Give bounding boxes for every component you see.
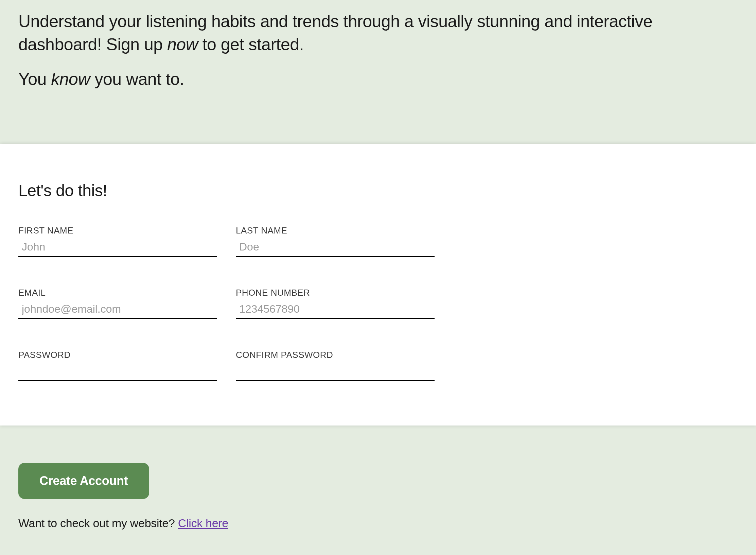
- first-name-label: FIRST NAME: [18, 225, 217, 236]
- hero-emphasis: now: [167, 35, 198, 54]
- input-underline: [18, 302, 217, 319]
- create-account-button[interactable]: Create Account: [18, 463, 149, 499]
- signup-form-section: Let's do this! FIRST NAME LAST NAME EMAI…: [0, 144, 756, 426]
- confirm-password-label: CONFIRM PASSWORD: [236, 350, 453, 360]
- form-title: Let's do this!: [18, 181, 738, 200]
- hero-section: Understand your listening habits and tre…: [0, 0, 756, 144]
- website-line: Want to check out my website? Click here: [18, 517, 738, 530]
- input-underline: [236, 364, 435, 381]
- footer-section: Create Account Want to check out my webs…: [0, 426, 756, 543]
- phone-label: PHONE NUMBER: [236, 288, 453, 298]
- password-input[interactable]: [18, 364, 217, 378]
- hero-text: Understand your listening habits and tre…: [18, 12, 652, 54]
- hero-text: you want to.: [90, 70, 184, 89]
- email-label: EMAIL: [18, 288, 217, 298]
- website-text: Want to check out my website?: [18, 517, 178, 530]
- hero-paragraph-2: You know you want to.: [18, 68, 738, 91]
- hero-text: You: [18, 70, 51, 89]
- input-underline: [236, 240, 435, 257]
- website-link[interactable]: Click here: [178, 517, 228, 530]
- last-name-field-group: LAST NAME: [236, 225, 453, 257]
- first-name-field-group: FIRST NAME: [18, 225, 217, 257]
- phone-input[interactable]: [236, 302, 435, 316]
- last-name-input[interactable]: [236, 240, 435, 254]
- field-grid: FIRST NAME LAST NAME EMAIL PHONE NUMBER: [18, 225, 453, 381]
- hero-emphasis: know: [51, 70, 90, 89]
- password-field-group: PASSWORD: [18, 350, 217, 381]
- email-field-group: EMAIL: [18, 288, 217, 319]
- email-input[interactable]: [18, 302, 217, 316]
- hero-paragraph-1: Understand your listening habits and tre…: [18, 10, 738, 56]
- confirm-password-field-group: CONFIRM PASSWORD: [236, 350, 453, 381]
- input-underline: [236, 302, 435, 319]
- first-name-input[interactable]: [18, 240, 217, 254]
- last-name-label: LAST NAME: [236, 225, 453, 236]
- input-underline: [18, 364, 217, 381]
- hero-text: to get started.: [198, 35, 304, 54]
- confirm-password-input[interactable]: [236, 364, 435, 378]
- password-label: PASSWORD: [18, 350, 217, 360]
- phone-field-group: PHONE NUMBER: [236, 288, 453, 319]
- input-underline: [18, 240, 217, 257]
